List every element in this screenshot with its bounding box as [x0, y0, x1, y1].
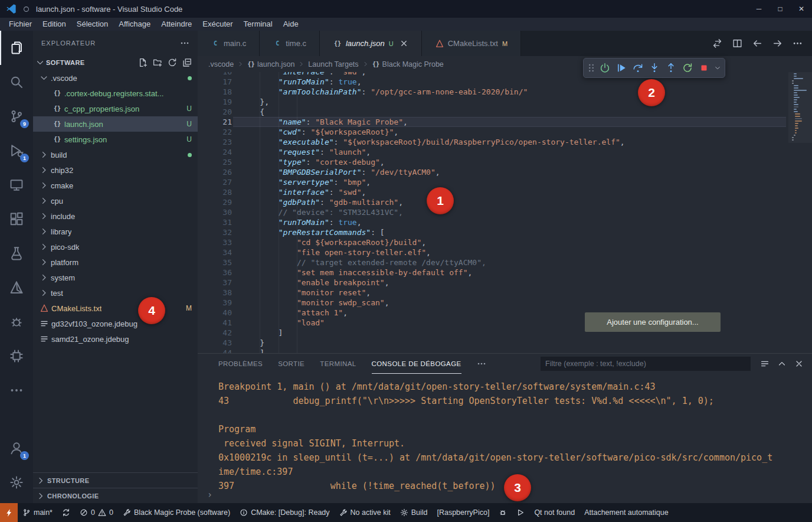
line-number[interactable]: 23 [198, 137, 232, 147]
tab-cmakelists-txt[interactable]: CMakeLists.txtM [422, 31, 521, 56]
maximize-panel-icon[interactable] [777, 359, 787, 368]
line-number[interactable]: 26 [198, 167, 232, 177]
remote-indicator[interactable] [0, 503, 18, 522]
line-number[interactable]: 28 [198, 187, 232, 197]
activity-test-beaker[interactable] [0, 236, 33, 270]
status-debug-configuration[interactable]: Black Magic Probe (software) [118, 503, 235, 522]
activity-account[interactable]: 1 [0, 431, 33, 465]
menu-terminal[interactable]: Terminal [238, 18, 278, 31]
line-number[interactable]: 25 [198, 157, 232, 167]
activity-more-h[interactable] [0, 373, 33, 407]
activity-bug-ext[interactable] [0, 305, 33, 339]
tree-item-test[interactable]: test [33, 285, 198, 301]
line-number[interactable]: 17 [198, 77, 232, 87]
add-configuration-button[interactable]: Ajouter une configuration... [585, 312, 721, 332]
menu-executer[interactable]: Exécuter [197, 18, 238, 31]
section-chronologie[interactable]: CHRONOLOGIE [33, 488, 198, 503]
line-number[interactable]: 22 [198, 127, 232, 137]
tree-item-pico-sdk[interactable]: pico-sdk [33, 239, 198, 255]
breadcrumb-launch-json[interactable]: {}launch.json [247, 60, 294, 68]
menu-fichier[interactable]: Fichier [4, 18, 37, 31]
line-number[interactable]: 40 [198, 308, 232, 318]
debug-repl-prompt[interactable]: › [207, 490, 212, 500]
line-number[interactable]: 27 [198, 177, 232, 187]
line-number[interactable]: 44 [198, 348, 232, 353]
navigate-forward-icon[interactable] [772, 38, 782, 48]
activity-memory-view[interactable] [0, 339, 33, 373]
status-debug-target[interactable] [494, 503, 512, 522]
breadcrumb-launch-targets[interactable]: Launch Targets [308, 60, 358, 68]
tree-item-system[interactable]: system [33, 270, 198, 285]
debug-step-out-button[interactable] [663, 60, 679, 76]
panel-tab-console-de-debogage[interactable]: CONSOLE DE DÉBOGAGE [372, 354, 461, 374]
activity-gear[interactable] [0, 465, 33, 500]
more-actions-icon[interactable] [793, 38, 803, 48]
new-file-icon[interactable] [138, 58, 148, 67]
activity-search[interactable] [0, 65, 33, 99]
debug-disconnect-button[interactable] [597, 60, 613, 76]
line-number[interactable]: 39 [198, 298, 232, 308]
console-filter-input[interactable] [541, 357, 751, 371]
debug-stop-button[interactable] [696, 60, 712, 76]
line-number[interactable]: 18 [198, 87, 232, 97]
close-button[interactable]: ✕ [791, 0, 812, 18]
line-number[interactable]: 29 [198, 197, 232, 207]
line-number[interactable]: 43 [198, 338, 232, 348]
line-number[interactable]: 24 [198, 147, 232, 157]
menu-edition[interactable]: Edition [37, 18, 71, 31]
line-number[interactable]: 33 [198, 237, 232, 247]
debug-restart-button[interactable] [680, 60, 695, 76]
tree-item-build[interactable]: build [33, 147, 198, 162]
line-number[interactable]: 35 [198, 257, 232, 267]
panel-tab-terminal[interactable]: TERMINAL [320, 354, 356, 374]
activity-run-debug[interactable]: 1 [0, 133, 33, 168]
activity-explorer[interactable] [0, 31, 33, 65]
tree-item-gd32vf103-ozone-jdebug[interactable]: gd32vf103_ozone.jdebug [33, 316, 198, 331]
tree-item-settings-json[interactable]: {}settings.jsonU [33, 132, 198, 147]
activity-extensions[interactable] [0, 202, 33, 236]
status-auto-attach[interactable]: Attachement automatique [579, 503, 673, 522]
debug-stop-options-button[interactable] [713, 60, 722, 76]
status-build[interactable]: Build [395, 503, 433, 522]
status-launch-target[interactable]: [RaspberryPico] [432, 503, 494, 522]
split-editor-icon[interactable] [732, 38, 742, 48]
activity-cmake[interactable] [0, 270, 33, 305]
line-number[interactable]: 34 [198, 247, 232, 257]
menu-affichage[interactable]: Affichage [113, 18, 156, 31]
menu-aide[interactable]: Aide [278, 18, 304, 31]
tree-item-cpu[interactable]: cpu [33, 193, 198, 208]
debug-step-into-button[interactable] [647, 60, 662, 76]
tree-item-cmake[interactable]: cmake [33, 178, 198, 193]
tree-item-cortex-debug-registers-stat[interactable]: {}.cortex-debug.registers.stat... [33, 86, 198, 101]
status-sync[interactable] [57, 503, 75, 522]
tab-main-c[interactable]: Cmain.c [198, 31, 260, 56]
navigate-back-icon[interactable] [752, 38, 762, 48]
tree-item-chip32[interactable]: chip32 [33, 162, 198, 178]
panel-more-actions-icon[interactable] [477, 359, 486, 368]
status-cmake-status[interactable]: CMake: [Debug]: Ready [235, 503, 334, 522]
tab-time-c[interactable]: Ctime.c [260, 31, 320, 56]
close-panel-icon[interactable] [794, 359, 804, 368]
close-tab-icon[interactable] [400, 39, 408, 48]
line-number[interactable]: 21 [198, 117, 232, 127]
line-number[interactable]: 16 [198, 72, 232, 77]
minimap[interactable] [791, 73, 807, 142]
tree-item-launch-json[interactable]: {}launch.jsonU [33, 116, 198, 132]
code-editor[interactable]: 1617181920212223242526272829303132333435… [198, 72, 812, 353]
line-number[interactable]: 37 [198, 278, 232, 288]
refresh-explorer-icon[interactable] [168, 58, 177, 67]
status-active-kit[interactable]: No active kit [335, 503, 395, 522]
section-structure[interactable]: STRUCTURE [33, 472, 198, 488]
editor-gutter[interactable]: 1617181920212223242526272829303132333435… [198, 72, 232, 353]
tree-item-platform[interactable]: platform [33, 255, 198, 270]
line-number[interactable]: 30 [198, 207, 232, 217]
tree-item-c-cpp-properties-json[interactable]: {}c_cpp_properties.jsonU [33, 101, 198, 116]
line-number[interactable]: 41 [198, 318, 232, 328]
status-git-branch[interactable]: main* [18, 503, 57, 522]
tree-item-samd21-ozone-jdebug[interactable]: samd21_ozone.jdebug [33, 331, 198, 347]
maximize-button[interactable]: □ [770, 0, 791, 18]
line-number[interactable]: 31 [198, 217, 232, 227]
activity-source-control[interactable]: 9 [0, 99, 33, 133]
debug-step-over-button[interactable] [630, 60, 646, 76]
line-number[interactable]: 20 [198, 107, 232, 117]
